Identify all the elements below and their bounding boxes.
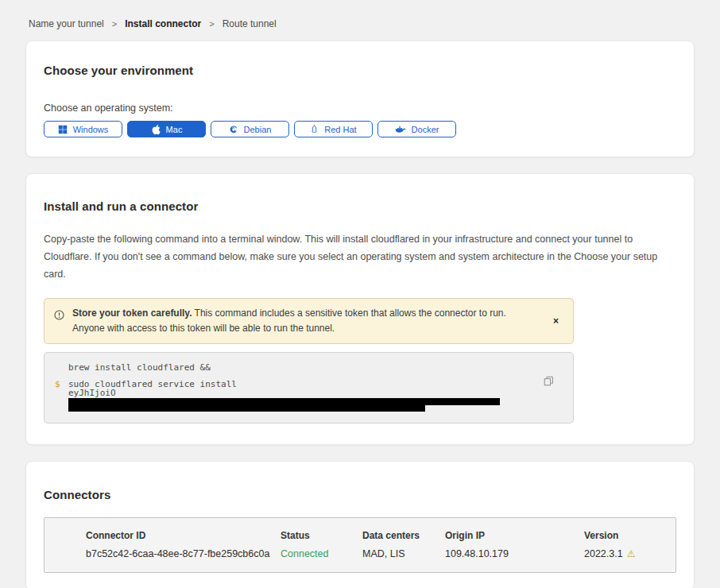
os-button-label: Windows — [73, 125, 109, 134]
table-row: b7c52c42-6caa-48ee-8c77-fbe259cb6c0a Con… — [86, 548, 675, 559]
debian-icon — [229, 125, 238, 134]
breadcrumb-install-connector[interactable]: Install connector — [125, 18, 201, 29]
os-button-label: Mac — [166, 125, 183, 134]
warning-text-bold: Store your token carefully. — [72, 308, 192, 319]
os-button-mac[interactable]: Mac — [127, 121, 206, 137]
breadcrumb-route-tunnel[interactable]: Route tunnel — [223, 18, 277, 29]
os-button-debian[interactable]: Debian — [211, 121, 289, 137]
shell-prompt: $ — [55, 380, 60, 389]
column-header-version: Version — [584, 530, 679, 541]
install-card: Install and run a connector Copy-paste t… — [25, 173, 695, 445]
close-icon[interactable]: × — [548, 314, 563, 328]
redacted-token-bar — [68, 404, 425, 412]
breadcrumb: Name your tunnel > Install connector > R… — [0, 0, 720, 29]
warning-triangle-icon: ⚠ — [627, 549, 636, 559]
install-description: Copy-paste the following command into a … — [44, 231, 676, 284]
column-header-origin-ip: Origin IP — [445, 530, 584, 541]
connectors-table: Connector ID Status Data centers Origin … — [44, 517, 676, 573]
os-button-redhat[interactable]: Red Hat — [294, 121, 373, 137]
os-button-label: Red Hat — [324, 125, 356, 134]
code-line-brew: brew install cloudflared && — [68, 363, 541, 372]
install-command-code-block: brew install cloudflared && $ sudo cloud… — [44, 352, 574, 424]
status-badge: Connected — [281, 548, 362, 559]
os-button-label: Docker — [412, 125, 439, 134]
install-card-title: Install and run a connector — [44, 199, 676, 213]
redacted-token-bar — [68, 398, 500, 405]
token-prefix: eyJhIjoiO — [68, 388, 116, 398]
os-button-label: Debian — [244, 125, 272, 134]
alert-circle-icon — [54, 310, 64, 325]
os-select-label: Choose an operating system: — [44, 103, 676, 114]
windows-icon — [58, 125, 68, 134]
copy-icon[interactable] — [542, 374, 555, 390]
column-header-connector-id: Connector ID — [86, 530, 281, 541]
connector-id-value: b7c52c42-6caa-48ee-8c77-fbe259cb6c0a — [86, 548, 281, 559]
os-button-group: Windows Mac Debian Red Hat — [44, 121, 676, 137]
breadcrumb-name-your-tunnel[interactable]: Name your tunnel — [29, 18, 104, 29]
connectors-table-header: Connector ID Status Data centers Origin … — [86, 530, 675, 541]
connectors-card: Connectors Connector ID Status Data cent… — [25, 461, 695, 588]
column-header-status: Status — [281, 530, 362, 541]
docker-icon — [395, 125, 406, 134]
data-centers-value: MAD, LIS — [362, 548, 445, 559]
apple-icon — [151, 124, 161, 135]
code-line-token: eyJhIjoiO — [68, 389, 541, 412]
code-line-sudo: sudo cloudflared service install — [68, 380, 541, 389]
version-number: 2022.3.1 — [584, 548, 623, 559]
column-header-data-centers: Data centers — [362, 530, 445, 541]
os-button-docker[interactable]: Docker — [377, 121, 456, 137]
warning-text: Store your token carefully. This command… — [72, 306, 540, 336]
breadcrumb-separator: > — [112, 19, 117, 29]
environment-card: Choose your environment Choose an operat… — [25, 41, 695, 157]
environment-card-title: Choose your environment — [44, 64, 676, 77]
connectors-card-title: Connectors — [44, 488, 676, 501]
redhat-icon — [310, 124, 319, 134]
breadcrumb-separator: > — [209, 19, 214, 29]
version-value: 2022.3.1 ⚠ — [584, 548, 679, 559]
token-warning-banner: Store your token carefully. This command… — [44, 298, 574, 344]
origin-ip-value: 109.48.10.179 — [445, 548, 584, 559]
os-button-windows[interactable]: Windows — [44, 121, 122, 137]
